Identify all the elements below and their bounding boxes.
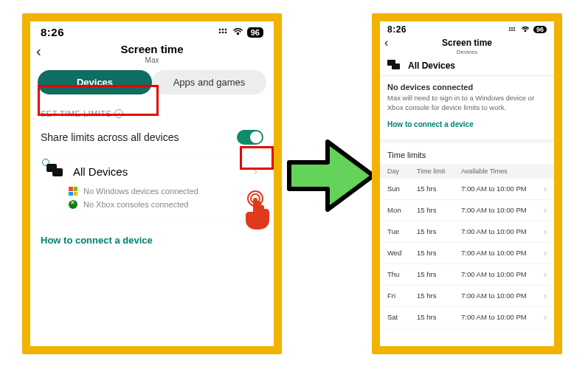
cellular-icon	[508, 25, 517, 34]
cell-day: Fri	[387, 292, 417, 300]
tab-apps-games[interactable]: Apps and games	[152, 70, 266, 94]
chevron-right-icon: ›	[544, 269, 547, 280]
all-devices-title: All Devices	[408, 61, 455, 71]
phone-screen-right: 8:26 96 ‹ Screen time Devices All Device…	[372, 13, 562, 354]
time-limit-row[interactable]: Thu15 hrs7:00 AM to 10:00 PM›	[380, 264, 554, 286]
col-day: Day	[387, 168, 417, 175]
phone-screen-left: 8:26 96 ‹ Screen time Max Devices Apps a…	[22, 13, 282, 354]
time-limit-row[interactable]: Mon15 hrs7:00 AM to 10:00 PM›	[380, 200, 554, 221]
col-limit: Time limit	[417, 168, 461, 175]
back-button[interactable]: ‹	[36, 43, 41, 60]
tab-bar: Devices Apps and games	[30, 64, 274, 99]
devices-icon	[46, 164, 66, 179]
col-available: Available Times	[461, 168, 547, 175]
back-button[interactable]: ‹	[384, 36, 388, 49]
time-limits-rows: Sun15 hrs7:00 AM to 10:00 PM›Mon15 hrs7:…	[380, 179, 554, 328]
battery-level: 96	[533, 26, 547, 33]
title-bar: ‹ Screen time Devices	[380, 36, 554, 55]
section-label-text: SET TIME LIMITS	[41, 109, 111, 118]
chevron-right-icon: ›	[544, 291, 547, 301]
how-to-connect-link[interactable]: How to connect a device	[387, 120, 547, 128]
svg-point-1	[221, 28, 224, 30]
chevron-right-icon: ›	[544, 227, 547, 237]
cell-available: 7:00 AM to 10:00 PM	[461, 249, 544, 257]
status-icons: 96	[508, 25, 547, 34]
no-devices-note: Max will need to sign in to a Windows de…	[387, 94, 547, 113]
share-limits-toggle[interactable]	[237, 130, 263, 145]
all-devices-header: All Devices	[380, 55, 554, 77]
cell-day: Wed	[387, 249, 417, 257]
cell-day: Sun	[387, 184, 417, 193]
cell-day: Sat	[387, 313, 417, 321]
chevron-right-icon: ›	[544, 248, 547, 258]
no-devices-title: No devices connected	[387, 83, 547, 92]
svg-point-3	[218, 31, 221, 33]
xbox-icon	[69, 200, 77, 209]
section-set-time-limits: SET TIME LIMITS i	[30, 99, 274, 123]
svg-point-5	[224, 31, 226, 33]
status-time: 8:26	[41, 26, 64, 38]
time-limit-row[interactable]: Fri15 hrs7:00 AM to 10:00 PM›	[380, 286, 554, 307]
cell-day: Mon	[387, 206, 417, 214]
battery-level: 96	[247, 27, 263, 38]
devices-icon	[387, 60, 402, 72]
xbox-status-text: No Xbox consoles connected	[83, 200, 188, 209]
xbox-status-row: No Xbox consoles connected	[69, 198, 257, 211]
cell-available: 7:00 AM to 10:00 PM	[461, 292, 544, 300]
cell-limit: 15 hrs	[417, 313, 461, 321]
page-subtitle: Devices	[380, 49, 554, 55]
svg-point-0	[218, 28, 221, 30]
tap-cursor-icon	[238, 190, 272, 234]
all-devices-card[interactable]: All Devices › No Windows devices connect…	[38, 155, 266, 220]
share-limits-row: Share limits across all devices	[30, 123, 274, 152]
status-icons: 96	[218, 27, 263, 38]
svg-point-9	[511, 27, 513, 29]
title-bar: ‹ Screen time Max	[30, 41, 274, 64]
svg-point-11	[509, 30, 511, 31]
time-limit-row[interactable]: Wed15 hrs7:00 AM to 10:00 PM›	[380, 243, 554, 264]
page-title: Screen time	[380, 38, 554, 48]
cell-limit: 15 hrs	[417, 206, 461, 214]
cell-available: 7:00 AM to 10:00 PM	[461, 227, 544, 235]
cell-limit: 15 hrs	[417, 249, 461, 257]
svg-point-10	[513, 27, 515, 29]
info-icon[interactable]: i	[114, 109, 123, 118]
time-limits-header: Day Time limit Available Times	[380, 164, 554, 179]
svg-point-8	[509, 27, 511, 29]
devices-sublist: No Windows devices connected No Xbox con…	[42, 182, 262, 214]
cell-day: Thu	[387, 270, 417, 278]
chevron-right-icon: ›	[544, 312, 547, 323]
svg-point-12	[511, 30, 513, 31]
windows-status-text: No Windows devices connected	[83, 187, 198, 196]
page-title: Screen time	[30, 43, 274, 55]
cell-limit: 15 hrs	[417, 227, 461, 235]
wifi-icon	[232, 27, 243, 37]
cellular-icon	[218, 28, 229, 37]
chevron-right-icon: ›	[254, 165, 257, 177]
wifi-icon	[521, 25, 530, 34]
time-limit-row[interactable]: Sun15 hrs7:00 AM to 10:00 PM›	[380, 179, 554, 200]
cell-available: 7:00 AM to 10:00 PM	[461, 206, 544, 214]
svg-point-2	[224, 28, 226, 30]
cell-available: 7:00 AM to 10:00 PM	[461, 313, 544, 321]
windows-status-row: No Windows devices connected	[69, 184, 257, 198]
status-bar: 8:26 96	[380, 21, 554, 36]
time-limit-row[interactable]: Sat15 hrs7:00 AM to 10:00 PM›	[380, 307, 554, 328]
cell-limit: 15 hrs	[417, 270, 461, 278]
arrow-icon	[286, 131, 376, 223]
chevron-right-icon: ›	[544, 205, 547, 215]
windows-icon	[69, 187, 77, 196]
svg-point-13	[513, 30, 515, 31]
status-time: 8:26	[387, 24, 407, 35]
cell-limit: 15 hrs	[417, 184, 461, 193]
cell-day: Tue	[387, 227, 417, 235]
how-to-connect-link[interactable]: How to connect a device	[30, 226, 274, 255]
chevron-right-icon: ›	[544, 184, 547, 194]
status-bar: 8:26 96	[30, 21, 274, 41]
svg-point-4	[221, 31, 224, 33]
cell-limit: 15 hrs	[417, 292, 461, 300]
no-devices-section: No devices connected Max will need to si…	[380, 77, 554, 134]
time-limit-row[interactable]: Tue15 hrs7:00 AM to 10:00 PM›	[380, 221, 554, 243]
tab-devices[interactable]: Devices	[38, 70, 152, 94]
time-limits-label: Time limits	[380, 143, 554, 164]
